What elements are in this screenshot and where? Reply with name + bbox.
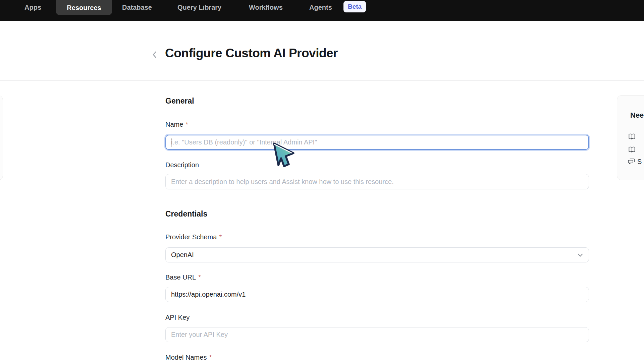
nav-tab-resources[interactable]: Resources bbox=[56, 0, 112, 15]
api-key-field-label: API Key bbox=[165, 314, 190, 321]
required-asterisk: * bbox=[185, 121, 188, 128]
nav-tab-query-library[interactable]: Query Library bbox=[177, 0, 221, 15]
provider-schema-select[interactable]: OpenAI bbox=[165, 247, 589, 262]
header-divider bbox=[0, 80, 644, 81]
base-url-label-text: Base URL bbox=[165, 274, 196, 281]
model-names-field-label: Model Names * bbox=[165, 354, 212, 361]
api-key-label-text: API Key bbox=[165, 314, 190, 321]
credentials-section-heading: Credentials bbox=[165, 209, 207, 219]
chat-icon[interactable] bbox=[628, 158, 635, 165]
text-caret bbox=[171, 138, 171, 147]
beta-badge: Beta bbox=[343, 1, 366, 12]
nav-tab-apps[interactable]: Apps bbox=[24, 0, 41, 15]
required-asterisk: * bbox=[219, 233, 222, 241]
general-section-heading: General bbox=[165, 97, 194, 106]
left-peek-card bbox=[0, 95, 3, 180]
name-input[interactable] bbox=[165, 135, 589, 150]
provider-schema-field-label: Provider Schema * bbox=[165, 233, 222, 241]
required-asterisk: * bbox=[209, 354, 212, 361]
book-icon[interactable] bbox=[628, 145, 636, 154]
required-asterisk: * bbox=[198, 274, 201, 281]
top-nav: Apps Resources Database Query Library Wo… bbox=[0, 0, 644, 21]
nav-tab-agents[interactable]: Agents bbox=[309, 0, 332, 15]
help-row-label[interactable]: S bbox=[637, 158, 642, 166]
description-field-label: Description bbox=[165, 161, 199, 169]
name-field-label: Name * bbox=[165, 121, 188, 128]
description-label-text: Description bbox=[165, 161, 199, 169]
name-label-text: Name bbox=[165, 121, 183, 128]
nav-tab-database[interactable]: Database bbox=[122, 0, 152, 15]
page: Apps Resources Database Query Library Wo… bbox=[0, 0, 644, 362]
back-button[interactable] bbox=[150, 50, 159, 59]
description-input[interactable] bbox=[165, 174, 589, 189]
page-title: Configure Custom AI Provider bbox=[165, 46, 338, 60]
help-panel: Nee S bbox=[617, 95, 644, 180]
provider-schema-value: OpenAI bbox=[171, 251, 194, 259]
nav-tab-workflows[interactable]: Workflows bbox=[249, 0, 283, 15]
help-panel-heading: Nee bbox=[630, 111, 644, 120]
chevron-left-icon bbox=[152, 51, 157, 59]
provider-schema-label-text: Provider Schema bbox=[165, 233, 217, 241]
model-names-label-text: Model Names bbox=[165, 354, 207, 361]
chevron-down-icon bbox=[577, 251, 584, 259]
base-url-input[interactable] bbox=[165, 287, 589, 302]
api-key-input[interactable] bbox=[165, 327, 589, 342]
book-icon[interactable] bbox=[628, 132, 636, 141]
base-url-field-label: Base URL * bbox=[165, 274, 201, 281]
